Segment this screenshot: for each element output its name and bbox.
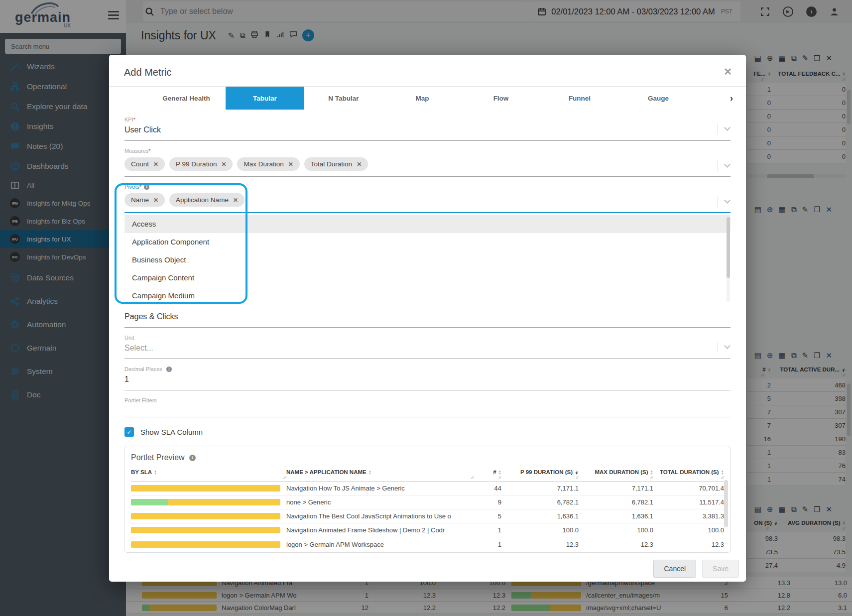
table-row[interactable]: Navigation The Best Cool JavaScript Anim… (131, 509, 724, 523)
measure-chip[interactable]: Count✕ (124, 157, 165, 171)
dropdown-option-campaign-content[interactable]: Campaign Content (124, 269, 730, 287)
measure-chip[interactable]: Max Duration✕ (237, 157, 299, 171)
chevron-down-icon[interactable] (724, 124, 730, 131)
remove-chip-icon[interactable]: ✕ (153, 197, 158, 204)
resize-handle[interactable]: ∕∕ (653, 476, 724, 480)
column-header[interactable]: MAX DURATION (S)▲▼ (579, 469, 653, 475)
column-resize-row: ∕∕ ∕∕ ∕∕ ∕∕ ∕∕ ∕∕ (131, 475, 724, 482)
info-icon[interactable]: i (189, 455, 196, 461)
unit-label: Unit (124, 335, 730, 341)
column-header[interactable]: NAME > APPLICATION NAME▲▼ (286, 469, 474, 475)
column-header[interactable]: #▲▼ (474, 469, 501, 475)
table-row[interactable]: Navigation Animated Frame Slideshow | De… (131, 523, 724, 537)
preview-table-header: BY SLA▲▼ NAME > APPLICATION NAME▲▼ #▲▼ P… (131, 469, 724, 475)
modal-header: Add Metric ✕ (109, 55, 746, 86)
modal-body: KPI* User Click Measures* Count✕ P 99 Du… (109, 117, 746, 553)
resize-handle[interactable]: ∕∕ (501, 476, 579, 480)
decimal-places-label: Decimal Places i (124, 366, 730, 372)
metric-name-input[interactable]: Pages & Clicks (124, 309, 730, 328)
show-sla-row: ✓ Show SLA Column (124, 427, 730, 437)
column-header[interactable]: TOTAL DURATION (S)▲▼ (653, 469, 724, 475)
show-sla-checkbox[interactable]: ✓ (124, 427, 134, 437)
sla-bar (131, 513, 280, 519)
remove-chip-icon[interactable]: ✕ (288, 161, 293, 168)
dropdown-option-access[interactable]: Access (124, 215, 730, 233)
modal-title: Add Metric (124, 67, 172, 78)
tab-funnel[interactable]: Funnel (540, 87, 619, 110)
kpi-select[interactable]: User Click (124, 123, 730, 141)
table-row[interactable]: Navigation How To JS Animate > Generic 4… (131, 482, 724, 495)
add-metric-modal: Add Metric ✕ General Health Tabular N Ta… (109, 55, 746, 582)
tab-general-health[interactable]: General Health (147, 87, 226, 110)
decimal-places-input[interactable]: 1 (124, 372, 730, 390)
pivot-chip[interactable]: Application Name✕ (169, 193, 244, 207)
dropdown-option-campaign-medium[interactable]: Campaign Medium (124, 287, 730, 305)
pivot-chip[interactable]: Name✕ (124, 193, 165, 207)
portlet-preview-title: Portlet Previewi (131, 453, 724, 462)
sla-bar (131, 499, 280, 505)
dropdown-scrollbar[interactable] (727, 217, 730, 302)
table-row[interactable]: logon > Germain APM Workspace 1 12.3 12.… (131, 537, 724, 551)
modal-footer: Cancel Save (653, 560, 739, 578)
cancel-button[interactable]: Cancel (653, 560, 696, 578)
chevron-down-icon[interactable] (724, 343, 730, 349)
resize-handle[interactable]: ∕∕ (286, 476, 474, 480)
metric-type-tabs: General Health Tabular N Tabular Map Flo… (109, 86, 746, 110)
resize-handle[interactable]: ∕∕ (579, 476, 653, 480)
measure-chip[interactable]: Total Duration✕ (304, 157, 368, 171)
unit-select[interactable]: Select... (124, 341, 730, 359)
sla-bar (131, 541, 280, 548)
portlet-preview-panel: Portlet Previewi BY SLA▲▼ NAME > APPLICA… (124, 446, 730, 553)
dropdown-option-business-object[interactable]: Business Object (124, 251, 730, 269)
pivots-select[interactable]: Name✕ Application Name✕ (124, 190, 730, 213)
measure-chip[interactable]: P 99 Duration✕ (169, 157, 233, 171)
show-sla-label: Show SLA Column (140, 428, 203, 436)
table-row[interactable]: none > Generic 9 6,782.1 6,782.1 11,517.… (131, 495, 724, 509)
pivots-options-dropdown: Access Application Component Business Ob… (124, 213, 730, 309)
info-icon[interactable]: i (144, 184, 149, 190)
measures-label: Measures* (124, 148, 730, 154)
sla-bar (131, 527, 280, 533)
remove-chip-icon[interactable]: ✕ (153, 161, 158, 168)
save-button[interactable]: Save (702, 560, 739, 578)
column-header[interactable]: BY SLA▲▼ (131, 469, 286, 475)
chevron-down-icon[interactable] (724, 197, 730, 204)
preview-scrollbar-thumb[interactable] (724, 480, 728, 527)
pivots-label: Pivots*i (124, 184, 730, 190)
remove-chip-icon[interactable]: ✕ (221, 161, 226, 168)
resize-handle[interactable]: ∕∕ (474, 476, 501, 480)
kpi-label: KPI* (124, 117, 730, 123)
preview-table: BY SLA▲▼ NAME > APPLICATION NAME▲▼ #▲▼ P… (131, 469, 724, 551)
dropdown-option-application-component[interactable]: Application Component (124, 233, 730, 251)
chevron-down-icon[interactable] (724, 161, 730, 168)
tab-map[interactable]: Map (383, 87, 462, 110)
portlet-filters-label: Portlet Filters (124, 397, 730, 403)
resize-handle[interactable]: ∕∕ (131, 476, 286, 480)
sla-bar (131, 485, 280, 492)
tab-n-tabular[interactable]: N Tabular (304, 87, 383, 110)
remove-chip-icon[interactable]: ✕ (357, 161, 362, 168)
portlet-filters-input[interactable] (124, 403, 730, 417)
tab-gauge[interactable]: Gauge (619, 87, 698, 110)
remove-chip-icon[interactable]: ✕ (233, 197, 238, 204)
tab-tabular[interactable]: Tabular (226, 87, 304, 110)
close-icon[interactable]: ✕ (724, 66, 732, 78)
app-root: germain UX Search menu Wizards Operation… (0, 0, 852, 616)
tab-flow[interactable]: Flow (462, 87, 540, 110)
measures-select[interactable]: Count✕ P 99 Duration✕ Max Duration✕ Tota… (124, 154, 730, 177)
info-icon[interactable]: i (166, 367, 172, 372)
column-header-sorted[interactable]: P 99 DURATION (S)▲▼ (501, 469, 579, 475)
more-tabs-chevron-icon[interactable]: › (730, 87, 733, 110)
